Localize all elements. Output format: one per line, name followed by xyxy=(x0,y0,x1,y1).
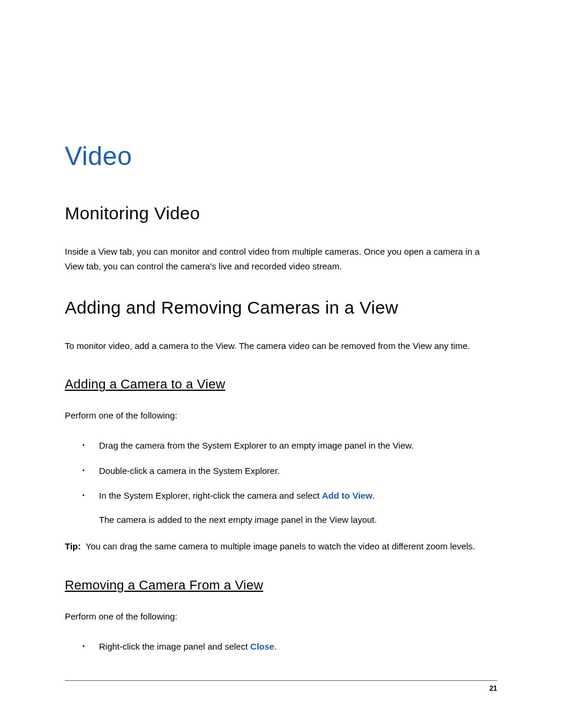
close-label: Close xyxy=(250,641,275,651)
page-footer: 21 xyxy=(65,680,497,693)
chapter-title: Video xyxy=(65,141,497,171)
section-heading-monitoring: Monitoring Video xyxy=(65,203,497,223)
list-item-text: In the System Explorer, right-click the … xyxy=(99,490,322,500)
add-to-view-label: Add to View xyxy=(322,490,373,500)
page-number: 21 xyxy=(490,684,497,693)
list-item: Double-click a camera in the System Expl… xyxy=(99,465,497,478)
tip-label: Tip: xyxy=(65,541,81,551)
list-item-text: Right-click the image panel and select xyxy=(99,641,250,651)
document-page: Video Monitoring Video Inside a View tab… xyxy=(0,0,562,690)
intro-text: Perform one of the following: xyxy=(65,610,497,624)
list-item-text-post: . xyxy=(275,641,277,651)
subsection-heading-removing: Removing a Camera From a View xyxy=(65,578,497,593)
list-item-note: The camera is added to the next empty im… xyxy=(99,513,497,527)
list-item: Drag the camera from the System Explorer… xyxy=(99,439,497,453)
bullet-list-adding: Drag the camera from the System Explorer… xyxy=(65,439,497,526)
body-paragraph: To monitor video, add a camera to the Vi… xyxy=(65,339,497,354)
intro-text: Perform one of the following: xyxy=(65,409,497,423)
tip-text: You can drag the same camera to multiple… xyxy=(85,541,475,551)
list-item-text-post: . xyxy=(372,490,375,500)
section-heading-adding-removing: Adding and Removing Cameras in a View xyxy=(65,298,497,318)
body-paragraph: Inside a View tab, you can monitor and c… xyxy=(65,245,497,274)
bullet-list-removing: Right-click the image panel and select C… xyxy=(65,640,497,654)
tip-paragraph: Tip: You can drag the same camera to mul… xyxy=(65,539,497,554)
subsection-heading-adding: Adding a Camera to a View xyxy=(65,377,497,392)
list-item: In the System Explorer, right-click the … xyxy=(99,489,497,526)
list-item: Right-click the image panel and select C… xyxy=(99,640,497,654)
